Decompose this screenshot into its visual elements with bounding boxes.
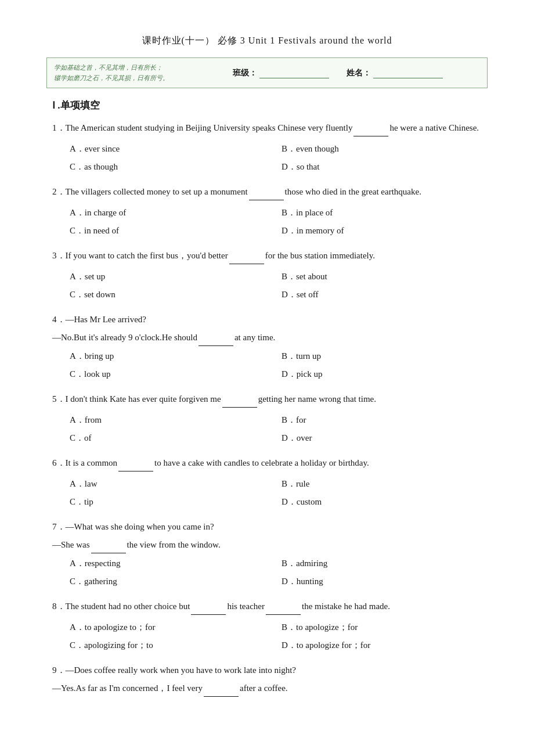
class-label: 班级：: [233, 68, 257, 78]
option-2b: B．in place of: [282, 205, 488, 221]
question-2-options: A．in charge of B．in place of C．in need o…: [46, 205, 488, 239]
question-3: 3．If you want to catch the first bus，you…: [46, 248, 488, 303]
option-1c: C．as though: [70, 159, 276, 175]
question-4-sub2: —No.But it's already 9 o'clock.He should…: [46, 330, 488, 346]
name-field: 姓名：: [347, 68, 443, 78]
option-7b: B．admiring: [282, 556, 488, 571]
question-7-options: A．respecting B．admiring C．gathering D．hu…: [46, 556, 488, 589]
option-3b: B．set about: [282, 269, 488, 285]
question-3-text: 3．If you want to catch the first bus，you…: [46, 248, 488, 264]
question-3-options: A．set up B．set about C．set down D．set of…: [46, 269, 488, 303]
option-7d: D．hunting: [282, 574, 488, 589]
option-7c: C．gathering: [70, 574, 276, 589]
name-label: 姓名：: [347, 68, 371, 78]
page-title: 课时作业(十一） 必修 3 Unit 1 Festivals around th…: [46, 35, 488, 47]
option-6b: B．rule: [282, 476, 488, 492]
option-6d: D．custom: [282, 494, 488, 510]
header-fields: 班级： 姓名：: [196, 68, 480, 78]
question-2-text: 2．The villagers collected money to set u…: [46, 184, 488, 200]
option-5d: D．over: [282, 430, 488, 446]
question-7-sub1: 7．—What was she doing when you came in?: [46, 519, 488, 535]
question-4-sub1: 4．—Has Mr Lee arrived?: [46, 312, 488, 327]
option-1d: D．so that: [282, 159, 488, 175]
option-4a: A．bring up: [70, 348, 276, 364]
question-4: 4．—Has Mr Lee arrived? —No.But it's alre…: [46, 312, 488, 382]
class-input-line[interactable]: [259, 68, 329, 78]
option-3c: C．set down: [70, 287, 276, 303]
option-6a: A．law: [70, 476, 276, 492]
option-3a: A．set up: [70, 269, 276, 285]
option-8b: B．to apologize；for: [282, 620, 488, 635]
option-2a: A．in charge of: [70, 205, 276, 221]
question-9-sub1: 9．—Does coffee really work when you have…: [46, 663, 488, 678]
class-field: 班级：: [233, 68, 329, 78]
question-8-options: A．to apologize to；for B．to apologize；for…: [46, 620, 488, 653]
header-box: 学如基础之首，不见其增，日有所长； 辍学如磨刀之石，不见其损，日有所亏。 班级：…: [46, 57, 488, 88]
option-3d: D．set off: [282, 287, 488, 303]
question-5-options: A．from B．for C．of D．over: [46, 412, 488, 446]
question-6: 6．It is a common to have a cake with can…: [46, 455, 488, 510]
option-7a: A．respecting: [70, 556, 276, 571]
option-4d: D．pick up: [282, 366, 488, 382]
option-1b: B．even though: [282, 141, 488, 157]
question-1: 1．The American student studying in Beiji…: [46, 120, 488, 175]
question-2: 2．The villagers collected money to set u…: [46, 184, 488, 239]
question-9: 9．—Does coffee really work when you have…: [46, 663, 488, 697]
question-8: 8．The student had no other choice but hi…: [46, 599, 488, 653]
question-7: 7．—What was she doing when you came in? …: [46, 519, 488, 589]
option-4b: B．turn up: [282, 348, 488, 364]
header-motto: 学如基础之首，不见其增，日有所长； 辍学如磨刀之石，不见其损，日有所亏。: [54, 63, 196, 83]
question-9-sub2: —Yes.As far as I'm concerned，I feel very…: [46, 681, 488, 697]
question-8-text: 8．The student had no other choice but hi…: [46, 599, 488, 615]
question-6-options: A．law B．rule C．tip D．custom: [46, 476, 488, 510]
option-5b: B．for: [282, 412, 488, 428]
option-2d: D．in memory of: [282, 223, 488, 239]
option-8c: C．apologizing for；to: [70, 638, 276, 653]
option-2c: C．in need of: [70, 223, 276, 239]
question-1-options: A．ever since B．even though C．as though D…: [46, 141, 488, 175]
name-input-line[interactable]: [373, 68, 443, 78]
question-6-text: 6．It is a common to have a cake with can…: [46, 455, 488, 471]
option-4c: C．look up: [70, 366, 276, 382]
question-1-text: 1．The American student studying in Beiji…: [46, 120, 488, 136]
option-8d: D．to apologize for；for: [282, 638, 488, 653]
option-8a: A．to apologize to；for: [70, 620, 276, 635]
option-5c: C．of: [70, 430, 276, 446]
option-1a: A．ever since: [70, 141, 276, 157]
question-7-sub2: —She was the view from the window.: [46, 537, 488, 553]
question-5: 5．I don't think Kate has ever quite forg…: [46, 391, 488, 446]
question-4-options: A．bring up B．turn up C．look up D．pick up: [46, 348, 488, 382]
section1-title: Ⅰ .单项填空: [52, 99, 488, 112]
option-6c: C．tip: [70, 494, 276, 510]
question-5-text: 5．I don't think Kate has ever quite forg…: [46, 391, 488, 408]
option-5a: A．from: [70, 412, 276, 428]
